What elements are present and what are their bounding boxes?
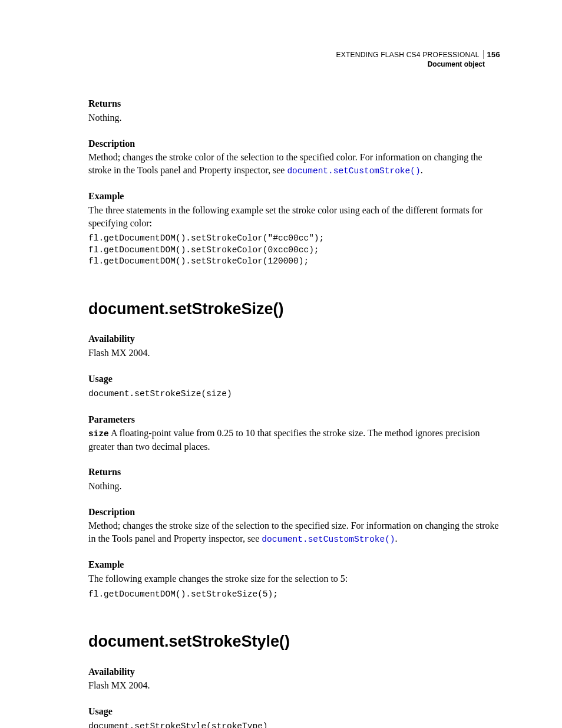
usage-label: Usage	[88, 705, 500, 718]
availability-label: Availability	[88, 332, 500, 345]
usage-code: document.setStrokeSize(size)	[88, 388, 500, 400]
description-text-b: .	[395, 533, 398, 543]
availability-label: Availability	[88, 666, 500, 678]
set-custom-stroke-link[interactable]: document.setCustomStroke()	[287, 166, 420, 176]
running-header: EXTENDING FLASH CS4 PROFESSIONAL156 Docu…	[88, 50, 500, 69]
availability-text: Flash MX 2004.	[88, 679, 500, 692]
parameters-label: Parameters	[88, 413, 500, 426]
header-section: Document object	[88, 60, 485, 70]
example-text: The three statements in the following ex…	[88, 204, 500, 229]
description-text: Method; changes the stroke size of the s…	[88, 519, 500, 545]
description-text-b: .	[421, 165, 423, 175]
description-label: Description	[88, 506, 500, 519]
example-label: Example	[88, 558, 500, 571]
returns-label: Returns	[88, 97, 500, 110]
param-desc: A floating-point value from 0.25 to 10 t…	[88, 428, 480, 452]
example-code: fl.getDocumentDOM().setStrokeColor("#cc0…	[88, 233, 500, 268]
returns-text: Nothing.	[88, 480, 500, 493]
page-number: 156	[483, 50, 500, 59]
usage-code: document.setStrokeStyle(strokeType)	[88, 721, 500, 728]
heading-set-stroke-style: document.setStrokeStyle()	[88, 631, 500, 652]
header-line-1: EXTENDING FLASH CS4 PROFESSIONAL156	[88, 50, 500, 60]
description-text-a: Method; changes the stroke color of the …	[88, 152, 482, 175]
heading-set-stroke-size: document.setStrokeSize()	[88, 298, 500, 319]
page: EXTENDING FLASH CS4 PROFESSIONAL156 Docu…	[0, 0, 562, 728]
description-label: Description	[88, 137, 500, 150]
parameter-text: size A floating-point value from 0.25 to…	[88, 427, 500, 453]
availability-text: Flash MX 2004.	[88, 347, 500, 360]
example-label: Example	[88, 190, 500, 203]
description-text: Method; changes the stroke color of the …	[88, 151, 500, 177]
example-text: The following example changes the stroke…	[88, 572, 500, 585]
param-name-size: size	[88, 429, 109, 439]
example-code: fl.getDocumentDOM().setStrokeSize(5);	[88, 589, 500, 601]
usage-label: Usage	[88, 373, 500, 386]
returns-text: Nothing.	[88, 111, 500, 124]
set-custom-stroke-link[interactable]: document.setCustomStroke()	[262, 535, 395, 544]
returns-label: Returns	[88, 466, 500, 479]
doc-title: EXTENDING FLASH CS4 PROFESSIONAL	[336, 51, 480, 59]
